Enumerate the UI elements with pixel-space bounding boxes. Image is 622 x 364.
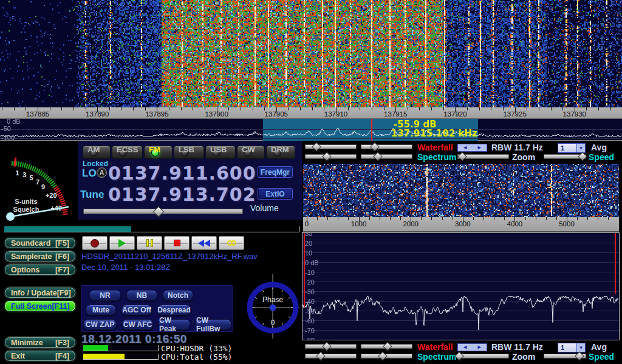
exit-button[interactable]: Exit[F4] (4, 350, 76, 362)
top-scroll-bar[interactable]: ◄► (457, 144, 487, 152)
stop-icon (174, 240, 180, 246)
scale-tick (419, 107, 420, 110)
bottom-spectrum-brightness-slider[interactable] (305, 354, 357, 359)
bottom-spectrum-contrast-slider[interactable] (361, 354, 412, 359)
mode-button-ecss[interactable]: ECSS (112, 146, 143, 159)
slider-thumb[interactable] (312, 142, 321, 152)
full-screen-button[interactable]: Full Screen[F11] (4, 300, 76, 312)
scroll-left-arrow-icon[interactable]: ◄ (462, 144, 468, 151)
scale-tick (491, 107, 491, 110)
slider-thumb[interactable] (373, 152, 383, 161)
scale-tick (536, 217, 536, 220)
stop-button[interactable] (164, 236, 190, 250)
freqmgr-button[interactable]: FreqMgr (258, 166, 293, 178)
zoomed-spectrum-plot[interactable]: 3020100 dB-10-20-30-40-50-60-70-80 (302, 232, 620, 340)
dropdown-chevron-icon[interactable]: ▾ (576, 343, 585, 352)
scale-tick (181, 107, 182, 110)
slider-thumb[interactable] (575, 351, 584, 361)
extio-button[interactable]: ExtIO (258, 188, 293, 200)
pause-button[interactable] (137, 236, 162, 250)
top-zoom-label: Zoom (512, 153, 535, 161)
top-waterfall-label: Waterfall (417, 143, 453, 152)
loop-button[interactable] (219, 236, 244, 250)
scale-tick (380, 217, 380, 220)
recording-date: Dec 10, 2011 - 13:01:28Z (81, 263, 170, 272)
bottom-waterfall-contrast-slider[interactable] (361, 344, 412, 349)
nb-button[interactable]: NB (126, 290, 157, 301)
record-button[interactable] (82, 236, 108, 250)
soundcard-button[interactable]: Soundcard[F5] (4, 237, 76, 249)
scroll-left-arrow-icon[interactable]: ◄ (462, 344, 468, 351)
mode-button-lsb[interactable]: LSB (174, 146, 204, 159)
lo-auto-button[interactable]: A (97, 167, 107, 178)
scroll-right-arrow-icon[interactable]: ► (477, 344, 482, 351)
zoomed-waterfall-display[interactable] (303, 164, 619, 217)
top-avg-dropdown[interactable]: 1▾ (558, 143, 586, 153)
slider-thumb[interactable] (378, 351, 388, 361)
bottom-avg-dropdown[interactable]: 1▾ (558, 343, 586, 352)
bottom-scroll-bar[interactable]: ◄► (457, 343, 487, 351)
samplerate-button[interactable]: Samplerate[F6] (4, 251, 76, 262)
top-zoom-slider[interactable] (457, 154, 509, 159)
nr-button[interactable]: NR (89, 290, 121, 301)
frequency-scale[interactable]: 1378851378901378951379001379051379101379… (0, 107, 622, 119)
agc-off-button[interactable]: AGC Off (121, 305, 152, 315)
zoomed-frequency-scale[interactable]: 010002000300040005000 (303, 217, 619, 232)
lo-frequency-display[interactable]: 0137.911.600 (108, 163, 256, 184)
mode-button-am[interactable]: AM (83, 146, 111, 159)
tune-frequency-display[interactable]: 0137.913.702 (108, 184, 256, 205)
cw-zap-button[interactable]: CW ZAP (83, 319, 117, 330)
mode-button-usb[interactable]: USB (205, 146, 236, 159)
scroll-right-arrow-icon[interactable]: ► (477, 144, 482, 151)
loop-icon (227, 240, 236, 246)
notch-button[interactable]: Notch (163, 290, 193, 301)
bottom-speed-slider[interactable] (544, 354, 586, 359)
options-button[interactable]: Options[F7] (4, 264, 76, 275)
mode-button-fm[interactable]: FM (144, 146, 173, 159)
slider-thumb[interactable] (383, 342, 392, 351)
mode-button-label: ECSS (117, 146, 138, 154)
slider-thumb[interactable] (316, 351, 326, 361)
top-waterfall-brightness-slider[interactable] (305, 144, 357, 149)
volume-slider[interactable] (83, 209, 243, 214)
dropdown-chevron-icon[interactable]: ▾ (576, 144, 585, 152)
bottom-zoom-label: Zoom (512, 352, 535, 361)
main-waterfall-display[interactable] (0, 0, 622, 107)
slider-thumb[interactable] (322, 342, 332, 351)
frequency-tick-label: 137910 (318, 110, 354, 118)
rewind-icon (198, 240, 210, 247)
mode-button-cw[interactable]: CW (237, 146, 265, 159)
scale-tick (241, 107, 241, 110)
despread-button[interactable]: Despread (157, 305, 191, 315)
avg-dropdown-value: 1 (558, 144, 576, 152)
cw-fullbw-button[interactable]: CW FullBw (196, 319, 231, 330)
cw-peak-button[interactable]: CW Peak (159, 319, 190, 330)
frequency-tick-label: 3000 (451, 220, 475, 228)
button-label: Options (11, 266, 39, 274)
button-fkey: [F9] (57, 289, 71, 297)
frequency-tick-label: 137905 (258, 110, 295, 118)
cw-afc-button[interactable]: CW AFC (122, 319, 153, 330)
minimize-button[interactable]: Minimize[F3] (4, 337, 76, 348)
top-spectrum-contrast-slider[interactable] (361, 154, 412, 159)
rewind-button[interactable] (191, 236, 217, 250)
scale-tick (338, 217, 338, 220)
main-spectrum-strip[interactable]: -55.9 dB 137.915.102 kHz 0 dB-50-100 (0, 119, 622, 141)
top-speed-slider[interactable] (544, 154, 586, 159)
phase-dot (270, 305, 276, 311)
slider-thumb[interactable] (578, 152, 587, 161)
top-waterfall-contrast-slider[interactable] (361, 144, 412, 149)
top-spectrum-brightness-slider[interactable] (305, 154, 357, 159)
playback-position-bar[interactable] (4, 226, 299, 232)
play-button[interactable] (109, 236, 135, 250)
bottom-zoom-slider[interactable] (457, 354, 509, 359)
spectrum-db-label: -40 (305, 298, 315, 305)
mode-button-drm[interactable]: DRM (266, 146, 295, 159)
info-update-button[interactable]: Info / Update[F9] (4, 287, 76, 298)
slider-thumb[interactable] (457, 152, 467, 161)
mute-button[interactable]: Mute (86, 305, 116, 315)
slider-thumb[interactable] (371, 142, 380, 152)
locked-indicator: Locked (83, 160, 108, 168)
bottom-waterfall-brightness-slider[interactable] (305, 344, 357, 349)
slider-thumb[interactable] (322, 152, 332, 161)
